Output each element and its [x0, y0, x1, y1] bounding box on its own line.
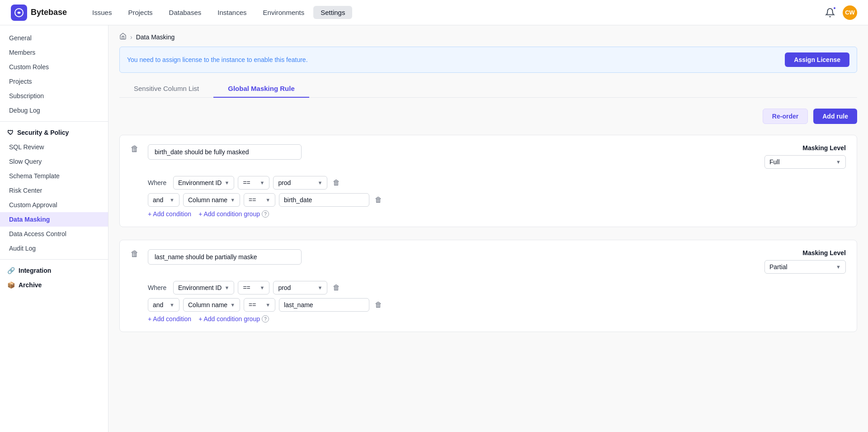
rule-1-name-input[interactable]: [148, 144, 302, 160]
rule-2-cond2-value-input[interactable]: [279, 298, 369, 312]
rule-2-cond1-value-select[interactable]: prod ▼: [273, 281, 327, 294]
archive-icon: 📦: [7, 281, 15, 289]
rule-2-condition-2: and ▼ Column name ▼ == ▼: [148, 298, 846, 312]
nav-item-issues[interactable]: Issues: [85, 6, 119, 19]
breadcrumb-home[interactable]: [119, 33, 127, 41]
sidebar-item-slow-query[interactable]: Slow Query: [0, 154, 108, 169]
rule-2-cond2-op-select[interactable]: == ▼: [244, 298, 275, 312]
sidebar-item-subscription[interactable]: Subscription: [0, 89, 108, 103]
rule-1-add-condition-group-button[interactable]: + Add condition group ?: [198, 210, 269, 218]
rule-2-cond1-delete-icon[interactable]: 🗑: [331, 282, 342, 294]
chevron-down-icon: ▼: [265, 197, 270, 203]
integration-icon: 🔗: [7, 267, 15, 274]
rule-1-add-condition-button[interactable]: + Add condition: [148, 210, 191, 218]
rule-2-masking-level-value: Partial: [769, 263, 788, 271]
sidebar-label-data-access-control: Data Access Control: [9, 230, 66, 237]
rule-2-cond1-field-select[interactable]: Environment ID ▼: [173, 281, 234, 294]
rule-1-masking-level-label: Masking Level: [802, 144, 846, 152]
chevron-down-icon: ▼: [224, 285, 229, 290]
rule-1-masking-level-col: Masking Level Full ▼: [755, 144, 846, 169]
nav-item-projects[interactable]: Projects: [121, 6, 160, 19]
sidebar-label-subscription: Subscription: [9, 92, 44, 100]
breadcrumb: › Data Masking: [108, 25, 868, 47]
chevron-down-icon: ▼: [224, 180, 229, 185]
rule-2-cond2-field-select[interactable]: Column name ▼: [183, 298, 240, 312]
sidebar-label-members: Members: [9, 49, 35, 56]
avatar[interactable]: CW: [843, 5, 857, 20]
sidebar-item-schema-template[interactable]: Schema Template: [0, 169, 108, 183]
reorder-button[interactable]: Re-order: [763, 109, 808, 124]
sidebar-label-projects: Projects: [9, 78, 32, 85]
nav-item-settings[interactable]: Settings: [313, 6, 352, 19]
main-content: › Data Masking You need to assign licens…: [108, 25, 868, 432]
rule-1-cond2-connector-value: and: [153, 196, 163, 204]
sidebar-item-risk-center[interactable]: Risk Center: [0, 183, 108, 198]
rule-1-cond2-connector-select[interactable]: and ▼: [148, 193, 179, 207]
rule-2-add-condition-button[interactable]: + Add condition: [148, 315, 191, 323]
rule-2-delete-icon[interactable]: 🗑: [131, 249, 139, 259]
sidebar-item-sql-review[interactable]: SQL Review: [0, 140, 108, 154]
sidebar-item-data-access-control[interactable]: Data Access Control: [0, 227, 108, 241]
sidebar-item-general[interactable]: General: [0, 31, 108, 45]
nav-item-environments[interactable]: Environments: [256, 6, 312, 19]
rule-1-cond1-value-select[interactable]: prod ▼: [273, 176, 327, 190]
rule-2-cond2-delete-icon[interactable]: 🗑: [373, 299, 384, 311]
tab-global-masking-rule[interactable]: Global Masking Rule: [213, 80, 309, 98]
rule-1-delete-icon[interactable]: 🗑: [131, 144, 139, 154]
rule-1-masking-level-select[interactable]: Full ▼: [764, 155, 846, 169]
sidebar-item-data-masking[interactable]: Data Masking: [0, 212, 108, 227]
rule-1-cond1-field-select[interactable]: Environment ID ▼: [173, 176, 234, 190]
assign-license-button[interactable]: Assign License: [785, 52, 849, 67]
sidebar-divider-2: [0, 259, 108, 260]
notification-dot: [833, 6, 836, 10]
sidebar: General Members Custom Roles Projects Su…: [0, 25, 108, 432]
rule-2-cond1-op-select[interactable]: == ▼: [238, 281, 269, 294]
shield-icon: 🛡: [7, 129, 14, 136]
topbar-right: CW: [823, 5, 857, 20]
breadcrumb-separator: ›: [130, 33, 132, 41]
rule-2-cond2-field-value: Column name: [188, 301, 227, 309]
chevron-down-icon: ▼: [836, 264, 841, 270]
sidebar-label-debug-log: Debug Log: [9, 107, 40, 114]
rule-2-name-input[interactable]: [148, 249, 302, 265]
where-label-1: Where: [148, 179, 170, 186]
sidebar-item-members[interactable]: Members: [0, 45, 108, 60]
chevron-down-icon: ▼: [259, 180, 264, 185]
rule-1-cond2-value-input[interactable]: [279, 193, 369, 207]
rule-2-masking-level-select[interactable]: Partial ▼: [764, 260, 846, 274]
actions-row: Re-order Add rule: [119, 109, 857, 124]
add-rule-button[interactable]: Add rule: [813, 109, 857, 124]
logo[interactable]: Bytebase: [11, 5, 67, 21]
chevron-down-icon: ▼: [230, 302, 235, 308]
sidebar-label-data-masking: Data Masking: [9, 216, 50, 223]
help-icon-2[interactable]: ?: [262, 315, 269, 323]
license-banner: You need to assign license to the instan…: [119, 47, 857, 73]
sidebar-item-custom-roles[interactable]: Custom Roles: [0, 60, 108, 74]
rule-1-cond2-field-value: Column name: [188, 196, 227, 204]
breadcrumb-current: Data Masking: [136, 33, 175, 41]
help-icon-1[interactable]: ?: [262, 210, 269, 218]
sidebar-item-debug-log[interactable]: Debug Log: [0, 103, 108, 118]
notification-button[interactable]: [823, 5, 837, 20]
sidebar-label-audit-log: Audit Log: [9, 245, 36, 252]
logo-icon: [11, 5, 27, 21]
tab-sensitive-column-list[interactable]: Sensitive Column List: [119, 80, 213, 98]
rule-1-cond2-delete-icon[interactable]: 🗑: [373, 194, 384, 206]
sidebar-item-custom-approval[interactable]: Custom Approval: [0, 198, 108, 212]
rule-2-masking-level-label: Masking Level: [802, 249, 846, 256]
sidebar-item-audit-log[interactable]: Audit Log: [0, 241, 108, 256]
sidebar-divider-1: [0, 121, 108, 122]
rule-1-cond1-field-value: Environment ID: [178, 179, 222, 186]
rule-1-cond1-delete-icon[interactable]: 🗑: [331, 177, 342, 189]
sidebar-label-risk-center: Risk Center: [9, 187, 42, 194]
sidebar-label-schema-template: Schema Template: [9, 172, 60, 180]
rule-1-cond2-op-select[interactable]: == ▼: [244, 193, 275, 207]
rule-1-cond1-op-select[interactable]: == ▼: [238, 176, 269, 190]
sidebar-item-projects[interactable]: Projects: [0, 74, 108, 89]
rule-2-add-condition-group-button[interactable]: + Add condition group ?: [198, 315, 269, 323]
rule-1-cond2-field-select[interactable]: Column name ▼: [183, 193, 240, 207]
logo-name: Bytebase: [31, 8, 67, 17]
rule-2-cond2-connector-select[interactable]: and ▼: [148, 298, 179, 312]
nav-item-databases[interactable]: Databases: [162, 6, 209, 19]
nav-item-instances[interactable]: Instances: [210, 6, 254, 19]
